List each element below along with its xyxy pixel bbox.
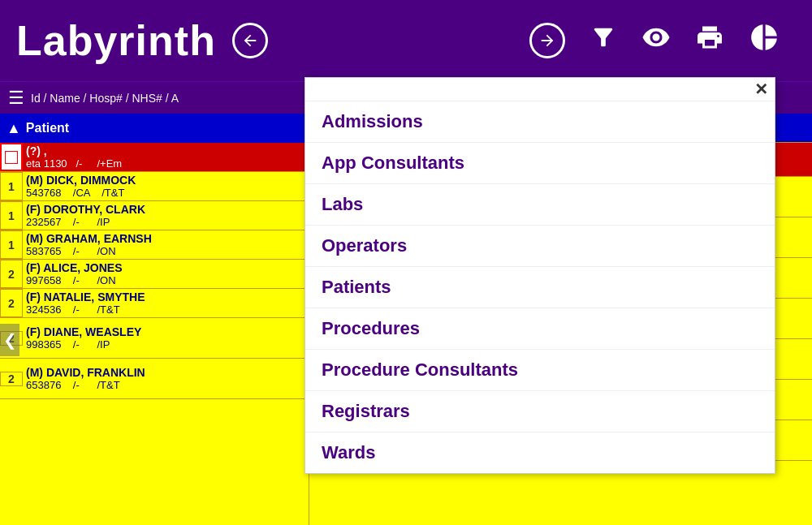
patient-name: (M) DICK, DIMMOCK [26, 174, 305, 187]
filter-button[interactable] [590, 24, 617, 58]
app-container: Labyrinth [0, 0, 812, 525]
dropdown-item-procedure-consultants[interactable]: Procedure Consultants [305, 350, 775, 391]
dropdown-item-app-consultants[interactable]: App Consultants [305, 143, 775, 184]
patient-info: (M) DICK, DIMMOCK 543768 /CA /T&T [23, 172, 309, 200]
patient-info: (F) NATALIE, SMYTHE 324536 /- /T&T [23, 289, 309, 317]
patient-details: 653876 /- /T&T [26, 379, 305, 391]
patient-info: (M) DAVID, FRANKLIN 653876 /- /T&T [23, 364, 309, 393]
dropdown-item-registrars[interactable]: Registrars [305, 391, 775, 432]
header: Labyrinth [0, 0, 812, 81]
patient-info: (F) DIANE, WEASLEY 998365 /- /IP [23, 324, 309, 352]
app-title: Labyrinth [16, 16, 216, 65]
dropdown-close-row: ✕ [305, 78, 775, 101]
eye-button[interactable] [641, 23, 671, 58]
menu-button[interactable]: ☰ [8, 88, 24, 109]
patient-details: 998365 /- /IP [26, 338, 305, 351]
table-row[interactable]: 2 (F) ALICE, JONES 997658 /- /ON [0, 260, 309, 289]
row-number: 2 [0, 372, 23, 386]
patient-info: (M) GRAHAM, EARNSH 583765 /- /ON [23, 230, 309, 259]
table-row[interactable]: 1 (M) GRAHAM, EARNSH 583765 /- /ON [0, 230, 309, 260]
close-button[interactable]: ✕ [754, 81, 768, 97]
search-label: Id / Name / Hosp# / NHS# / A [31, 92, 179, 105]
patient-details: 997658 /- /ON [26, 274, 305, 286]
dropdown-menu: ✕ Admissions App Consultants Labs Operat… [304, 77, 775, 474]
patient-name: (F) NATALIE, SMYTHE [26, 290, 305, 303]
dropdown-item-admissions[interactable]: Admissions [305, 101, 775, 143]
header-icons [529, 22, 796, 59]
table-row[interactable]: 2 (F) DIANE, WEASLEY 998365 /- /IP [0, 318, 309, 359]
dropdown-item-patients[interactable]: Patients [305, 267, 775, 308]
patient-name: (F) DIANE, WEASLEY [26, 325, 305, 338]
patient-info: (F) DOROTHY, CLARK 232567 /- /IP [23, 201, 309, 230]
row-number [0, 143, 23, 171]
patient-name: (M) DAVID, FRANKLIN [26, 366, 305, 379]
patient-name: (?) , [26, 144, 305, 157]
table-row[interactable]: 2 (M) DAVID, FRANKLIN 653876 /- /T&T [0, 359, 309, 399]
row-number: 1 [0, 230, 23, 259]
back-button[interactable] [232, 23, 268, 58]
row-number: 2 [0, 260, 23, 288]
row-number: 2 [0, 289, 23, 317]
table-row[interactable]: (?) , eta 1130 /- /+Em [0, 143, 309, 172]
row-number: 1 [0, 201, 23, 230]
print-button[interactable] [695, 23, 724, 58]
chart-button[interactable] [749, 22, 780, 59]
table-row[interactable]: 2 (F) NATALIE, SMYTHE 324536 /- /T&T [0, 289, 309, 318]
dropdown-item-operators[interactable]: Operators [305, 226, 775, 267]
dropdown-item-procedures[interactable]: Procedures [305, 308, 775, 350]
patient-details: eta 1130 /- /+Em [26, 157, 305, 170]
patient-info: (?) , eta 1130 /- /+Em [23, 143, 309, 171]
dropdown-item-wards[interactable]: Wards [305, 432, 775, 473]
patient-info: (F) ALICE, JONES 997658 /- /ON [23, 260, 309, 288]
dropdown-item-labs[interactable]: Labs [305, 184, 775, 226]
row-number: 1 [0, 172, 23, 200]
patient-details: 324536 /- /T&T [26, 303, 305, 316]
forward-button[interactable] [529, 23, 565, 58]
patient-name: (F) DOROTHY, CLARK [26, 203, 305, 216]
table-row[interactable]: 1 (F) DOROTHY, CLARK 232567 /- /IP [0, 201, 309, 230]
patient-name: (F) ALICE, JONES [26, 261, 305, 274]
svg-rect-0 [5, 151, 18, 164]
scroll-left-button[interactable]: ❮ [0, 324, 19, 356]
patient-details: 583765 /- /ON [26, 245, 305, 257]
patient-name: (M) GRAHAM, EARNSH [26, 232, 305, 245]
table-row[interactable]: 1 (M) DICK, DIMMOCK 543768 /CA /T&T [0, 172, 309, 201]
patient-details: 232567 /- /IP [26, 216, 305, 228]
column-header: ▲ Patient [0, 114, 309, 143]
patient-col-header: Patient [26, 121, 69, 136]
patient-details: 543768 /CA /T&T [26, 187, 305, 199]
patient-list: ▲ Patient (?) , eta 1130 /- /+Em 1 (M) D… [0, 114, 309, 525]
sort-arrow[interactable]: ▲ [6, 120, 21, 137]
